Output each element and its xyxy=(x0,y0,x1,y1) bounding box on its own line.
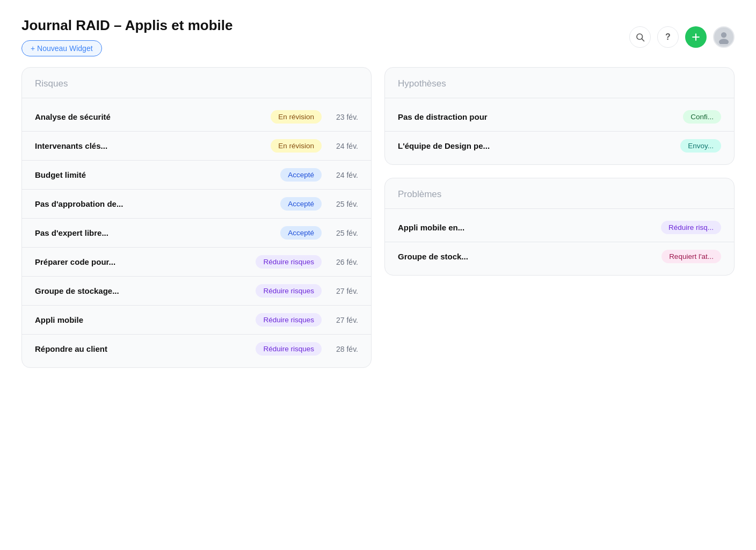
row-name: Pas de distraction pour xyxy=(398,112,674,121)
svg-point-5 xyxy=(719,39,729,44)
table-row[interactable]: Groupe de stock... Requiert l'at... xyxy=(385,242,734,271)
table-row[interactable]: Répondre au client Réduire risques 28 fé… xyxy=(22,335,371,363)
risques-panel-header: Risques xyxy=(22,68,371,98)
new-widget-button[interactable]: + Nouveau Widget xyxy=(21,40,102,56)
page-header: Journal RAID – Applis et mobile + Nouvea… xyxy=(21,17,735,56)
row-date: 27 fév. xyxy=(330,287,358,295)
search-button[interactable] xyxy=(629,26,651,48)
problemes-title: Problèmes xyxy=(398,189,441,199)
row-name: Analyse de sécurité xyxy=(35,112,262,121)
header-actions: ? xyxy=(629,26,735,48)
row-name: Intervenants clés... xyxy=(35,141,262,150)
row-name: Appli mobile xyxy=(35,315,247,324)
hypotheses-title: Hypothèses xyxy=(398,78,446,89)
status-badge: Réduire risques xyxy=(256,342,322,356)
svg-point-4 xyxy=(721,32,726,37)
status-badge: Réduire risques xyxy=(256,255,322,269)
row-name: Pas d'expert libre... xyxy=(35,228,272,237)
table-row[interactable]: Groupe de stockage... Réduire risques 27… xyxy=(22,277,371,305)
row-name: Préparer code pour... xyxy=(35,257,247,266)
row-name: Groupe de stockage... xyxy=(35,286,247,295)
status-badge: Réduire risques xyxy=(256,313,322,327)
row-date: 25 fév. xyxy=(330,229,358,237)
risques-panel: Risques Analyse de sécurité En révision … xyxy=(21,67,372,368)
risques-title: Risques xyxy=(35,78,68,89)
hypotheses-panel: Hypothèses Pas de distraction pour Confi… xyxy=(384,67,735,165)
table-row[interactable]: Analyse de sécurité En révision 23 fév. xyxy=(22,103,371,131)
status-badge: Accepté xyxy=(280,168,322,182)
user-avatar[interactable] xyxy=(713,26,735,48)
status-badge: En révision xyxy=(271,139,322,153)
row-date: 24 fév. xyxy=(330,171,358,179)
status-badge: Réduire risq... xyxy=(661,221,721,234)
main-grid: Risques Analyse de sécurité En révision … xyxy=(21,67,735,368)
row-name: Répondre au client xyxy=(35,344,247,353)
table-row[interactable]: Préparer code pour... Réduire risques 26… xyxy=(22,248,371,276)
row-name: Appli mobile en... xyxy=(398,223,652,232)
page-title: Journal RAID – Applis et mobile xyxy=(21,17,232,34)
hypotheses-panel-header: Hypothèses xyxy=(385,68,734,98)
status-badge: Réduire risques xyxy=(256,284,322,298)
header-left: Journal RAID – Applis et mobile + Nouvea… xyxy=(21,17,232,56)
row-name: L'équipe de Design pe... xyxy=(398,141,672,150)
row-date: 26 fév. xyxy=(330,258,358,266)
status-badge: Requiert l'at... xyxy=(662,250,721,263)
status-badge: En révision xyxy=(271,110,322,124)
problemes-panel-body: Appli mobile en... Réduire risq... Group… xyxy=(385,209,734,275)
table-row[interactable]: L'équipe de Design pe... Envoy... xyxy=(385,132,734,160)
add-button[interactable] xyxy=(685,26,707,48)
row-date: 27 fév. xyxy=(330,316,358,324)
row-name: Pas d'approbation de... xyxy=(35,199,272,208)
status-badge: Confi... xyxy=(683,110,721,124)
hypotheses-panel-body: Pas de distraction pour Confi... L'équip… xyxy=(385,98,734,164)
table-row[interactable]: Pas d'approbation de... Accepté 25 fév. xyxy=(22,190,371,218)
risques-panel-body: Analyse de sécurité En révision 23 fév. … xyxy=(22,98,371,367)
table-row[interactable]: Appli mobile Réduire risques 27 fév. xyxy=(22,306,371,334)
table-row[interactable]: Pas d'expert libre... Accepté 25 fév. xyxy=(22,219,371,247)
row-name: Budget limité xyxy=(35,170,272,179)
right-column: Hypothèses Pas de distraction pour Confi… xyxy=(384,67,735,368)
row-date: 25 fév. xyxy=(330,200,358,208)
svg-line-1 xyxy=(642,39,644,41)
row-date: 28 fév. xyxy=(330,345,358,353)
status-badge: Accepté xyxy=(280,197,322,211)
help-button[interactable]: ? xyxy=(657,26,679,48)
status-badge: Envoy... xyxy=(680,139,721,153)
problemes-panel: Problèmes Appli mobile en... Réduire ris… xyxy=(384,178,735,276)
row-date: 24 fév. xyxy=(330,142,358,150)
table-row[interactable]: Appli mobile en... Réduire risq... xyxy=(385,213,734,242)
row-name: Groupe de stock... xyxy=(398,252,653,261)
table-row[interactable]: Intervenants clés... En révision 24 fév. xyxy=(22,132,371,160)
problemes-panel-header: Problèmes xyxy=(385,178,734,209)
table-row[interactable]: Budget limité Accepté 24 fév. xyxy=(22,161,371,189)
status-badge: Accepté xyxy=(280,226,322,240)
row-date: 23 fév. xyxy=(330,113,358,121)
table-row[interactable]: Pas de distraction pour Confi... xyxy=(385,103,734,131)
